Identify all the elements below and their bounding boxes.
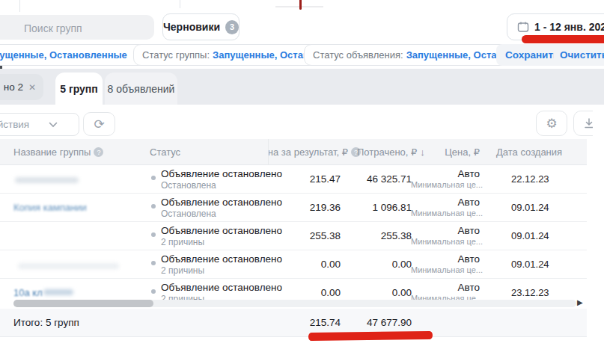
actions-label: Действия <box>0 119 29 130</box>
red-marker-underline-date <box>522 35 604 43</box>
status-text: Объявление остановлено <box>161 225 282 236</box>
status-dot-icon <box>151 176 156 180</box>
created-date: 09.01.24 <box>511 230 549 241</box>
price-subtext: Минимальная це... <box>392 265 483 274</box>
drafts-label: Черновики <box>163 21 220 33</box>
cutoff-divider <box>19 0 20 12</box>
column-header-created[interactable]: Дата создания <box>496 146 562 158</box>
status-dot-icon <box>151 204 156 209</box>
save-label: Сохранить <box>505 49 559 61</box>
censored-group-name <box>18 263 119 269</box>
filter-prefix: Статус группы: <box>142 49 210 61</box>
refresh-icon: ⟳ <box>94 117 104 132</box>
tab-ads[interactable]: 8 объявлений <box>105 73 177 105</box>
cpr-value: 0.00 <box>277 287 341 298</box>
cutoff-divider <box>180 0 180 8</box>
table-footer: Итого: 5 групп 215.74 47 677.90 <box>0 309 587 337</box>
table-row[interactable]: 10а кл Объявление остановлено 2 причины … <box>0 279 587 299</box>
red-marker-fragment <box>299 0 302 10</box>
table-header: Название группы ? Статус Цена за результ… <box>0 139 587 165</box>
group-name-link[interactable]: 10а кл <box>13 287 43 298</box>
tab-groups[interactable]: 5 групп <box>55 73 103 105</box>
cpr-value: 219.36 <box>277 202 341 213</box>
status-subtext: Остановлена <box>161 209 216 219</box>
filter-value: Запущенные, Остановленные <box>0 49 127 61</box>
status-dot-icon <box>151 289 156 294</box>
status-text: Объявление остановлено <box>161 168 282 179</box>
table-row[interactable]: Объявление остановлено Остановлена 215.4… <box>0 165 587 194</box>
search-input[interactable] <box>22 15 145 41</box>
cpr-value: 215.47 <box>277 173 341 185</box>
filter-chip-campaign-status[interactable]: Запущенные, Остановленные ✕ <box>0 44 149 66</box>
refresh-button[interactable]: ⟳ <box>83 112 115 136</box>
drafts-count-badge: 3 <box>225 20 239 34</box>
cpr-total: 215.74 <box>277 317 341 328</box>
price-value: Авто <box>404 197 480 208</box>
created-date: 09.01.24 <box>511 202 549 213</box>
price-subtext: Минимальная це... <box>392 180 483 189</box>
status-subtext: Остановлена <box>161 180 216 191</box>
selection-chip[interactable]: но 2 ✕ <box>0 74 43 100</box>
price-subtext: Минимальная це... <box>392 237 483 246</box>
filter-prefix: Статус объявления: <box>313 49 403 61</box>
drafts-button[interactable]: Черновики 3 <box>162 13 240 40</box>
status-subtext: 2 причины <box>161 265 204 276</box>
status-dot-icon <box>151 261 156 265</box>
status-text: Объявление остановлено <box>161 197 282 208</box>
actions-dropdown[interactable]: Действия <box>0 113 79 136</box>
group-search-field[interactable] <box>0 15 154 40</box>
date-range-value: 1 - 12 янв. 2024 <box>534 21 604 33</box>
tab-groups-label: 5 групп <box>60 83 98 95</box>
column-header-spent[interactable]: Потрачено, ₽ ↓ <box>357 146 425 158</box>
price-value: Авто <box>404 168 480 179</box>
spent-total: 47 677.90 <box>341 317 412 328</box>
sort-desc-icon: ↓ <box>420 146 425 158</box>
scroll-right-icon[interactable]: ▶ <box>577 298 583 306</box>
gear-icon: ⚙ <box>546 116 557 132</box>
export-button[interactable] <box>573 111 593 136</box>
chevron-down-icon <box>49 122 58 128</box>
download-icon <box>584 118 593 129</box>
ads-manager-screen: Черновики 3 1 - 12 янв. 2024 Запущенные,… <box>0 0 604 364</box>
column-header-cpr[interactable]: Цена за результат, ₽ ? <box>268 146 361 158</box>
calendar-icon <box>517 21 529 33</box>
column-header-name[interactable]: Название группы ? <box>13 146 103 158</box>
created-date: 22.12.23 <box>511 173 549 185</box>
table-row[interactable]: Копия кампании Объявление остановлено Ос… <box>0 194 587 222</box>
close-icon[interactable]: ✕ <box>28 82 36 93</box>
red-marker-underline-total <box>308 331 433 341</box>
created-date: 09.01.24 <box>511 259 549 270</box>
price-subtext: Минимальная це... <box>392 209 483 218</box>
column-header-status[interactable]: Статус <box>150 146 180 158</box>
status-subtext: 2 причины <box>161 237 204 247</box>
status-text: Объявление остановлено <box>161 253 282 265</box>
clear-label: Очистить <box>560 49 604 61</box>
export-button-clipped[interactable] <box>573 111 593 136</box>
censored-group-name <box>43 289 73 295</box>
cpr-value: 255.38 <box>277 230 341 241</box>
table-row[interactable]: Объявление остановлено 2 причины 0.00 0.… <box>0 250 587 279</box>
status-text: Объявление остановлено <box>161 282 282 293</box>
price-value: Авто <box>404 225 480 236</box>
tab-ads-label: 8 объявлений <box>108 83 175 95</box>
price-value: Авто <box>404 282 480 293</box>
horizontal-scrollbar-thumb[interactable] <box>13 300 153 307</box>
group-name-link[interactable]: Копия кампании <box>13 202 87 213</box>
cpr-value: 0.00 <box>277 259 341 270</box>
price-value: Авто <box>404 253 480 265</box>
status-dot-icon <box>151 232 156 237</box>
settings-button[interactable]: ⚙ <box>536 111 567 136</box>
selection-label: но 2 <box>4 81 23 93</box>
column-header-price[interactable]: Цена, ₽ <box>445 146 480 158</box>
scrollable-header-area: Цена за результат, ₽ ? Потрачено, ₽ ↓ Це… <box>268 139 587 165</box>
totals-label: Итого: 5 групп <box>13 317 79 328</box>
censored-group-name <box>15 177 79 183</box>
table-row[interactable]: Объявление остановлено 2 причины 255.38 … <box>0 222 587 250</box>
clear-filters-button[interactable]: Очистить <box>554 44 604 66</box>
created-date: 23.12.23 <box>511 287 549 298</box>
help-icon[interactable]: ? <box>94 147 103 157</box>
